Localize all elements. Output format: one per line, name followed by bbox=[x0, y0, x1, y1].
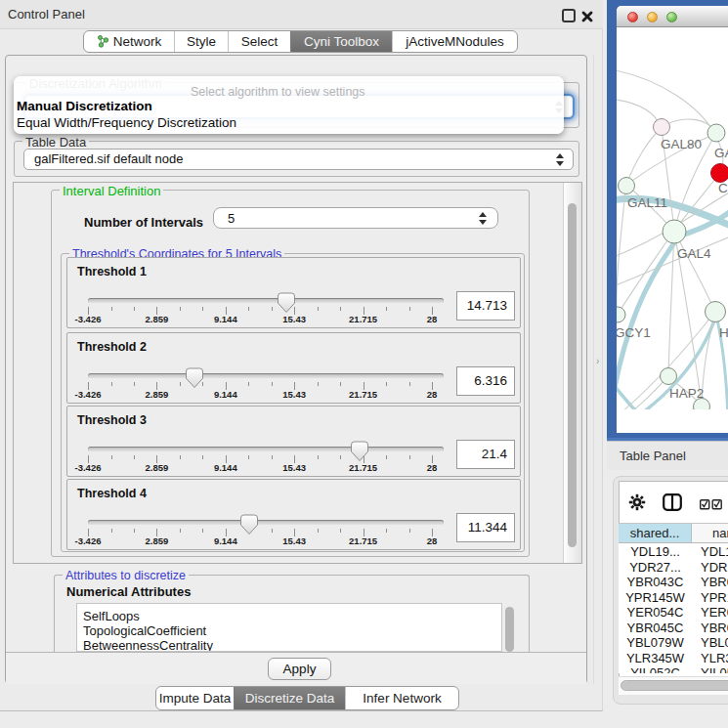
tab-infer-network[interactable]: Infer Network bbox=[345, 687, 458, 709]
ruler-tick-label: 2.859 bbox=[146, 314, 169, 324]
vertical-scrollbar-thumb[interactable] bbox=[568, 203, 577, 547]
split-columns-icon[interactable] bbox=[663, 493, 682, 515]
ruler-tick-label: 21.715 bbox=[349, 314, 377, 324]
ruler-tick-label: 28 bbox=[427, 389, 438, 400]
ruler-tick bbox=[272, 455, 273, 459]
table-row[interactable]: YBR043CYBR04 bbox=[619, 575, 728, 590]
ruler-tick bbox=[111, 307, 112, 311]
threshold-value-field[interactable]: 11.344 bbox=[456, 513, 515, 542]
table-row[interactable]: YPR145WYPR14 bbox=[619, 590, 728, 606]
numerical-attributes-label: Numerical Attributes bbox=[66, 584, 191, 599]
tab-cyni-toolbox[interactable]: Cyni Toolbox bbox=[290, 31, 392, 52]
threshold-panel-3: Threshold 3-3.4262.8599.14415.4321.71528… bbox=[66, 406, 521, 477]
minimize-traffic-light[interactable] bbox=[647, 12, 658, 22]
tab-discretize-data[interactable]: Discretize Data bbox=[234, 687, 345, 709]
horizontal-scrollbar-thumb[interactable] bbox=[621, 680, 728, 691]
float-window-icon[interactable] bbox=[562, 9, 576, 22]
number-of-intervals-combobox[interactable]: 5 bbox=[213, 207, 498, 229]
network-node-h[interactable] bbox=[706, 302, 726, 322]
ruler-tick-label: 15.43 bbox=[282, 462, 306, 473]
vertical-scrollbar[interactable] bbox=[563, 183, 581, 563]
tab-network[interactable]: Network bbox=[84, 31, 174, 52]
slider-track[interactable] bbox=[88, 298, 444, 303]
gear-icon[interactable] bbox=[628, 493, 646, 515]
ruler-tick-label: 21.715 bbox=[349, 462, 377, 473]
ruler-tick bbox=[386, 529, 387, 533]
table-row[interactable]: YIL052CYIL05 bbox=[619, 665, 728, 673]
slider-handle[interactable] bbox=[277, 292, 296, 314]
popup-item-equal-width-frequency[interactable]: Equal Width/Frequency Discretization bbox=[17, 115, 236, 130]
attribute-item[interactable]: TopologicalCoefficient bbox=[83, 623, 206, 638]
select-columns-checkbox-icon[interactable] bbox=[700, 496, 723, 514]
tab-jactivemnodules[interactable]: jActiveMNodules bbox=[392, 31, 517, 52]
south-bar: Apply bbox=[6, 652, 586, 684]
apply-button[interactable]: Apply bbox=[268, 658, 331, 680]
tab-network-label: Network bbox=[113, 34, 162, 49]
table-row[interactable]: YDL19...YDL19 bbox=[619, 544, 728, 560]
column-header-shared-name[interactable]: shared... bbox=[619, 524, 692, 542]
network-node-gal4[interactable] bbox=[663, 220, 686, 243]
ruler-tick bbox=[202, 529, 203, 533]
table-row[interactable]: YBR045CYBR04 bbox=[619, 621, 728, 636]
table-row[interactable]: YLR345WYLR34 bbox=[619, 651, 728, 666]
zoom-traffic-light[interactable] bbox=[666, 12, 677, 22]
network-canvas[interactable]: GAL80GACGAL11GAL4GCY1HHAP2 bbox=[617, 27, 728, 409]
ruler-tick bbox=[134, 529, 135, 533]
slider-track[interactable] bbox=[88, 520, 444, 525]
network-node-hap2[interactable] bbox=[661, 368, 677, 385]
table-row[interactable]: YER054CYER05 bbox=[619, 605, 728, 621]
ruler-tick bbox=[180, 307, 181, 311]
table-row[interactable]: YDR27...YDR27 bbox=[619, 560, 728, 576]
attribute-item[interactable]: BetweennessCentrality bbox=[83, 638, 213, 652]
threshold-value-field[interactable]: 14.713 bbox=[456, 291, 515, 321]
panel-fringe bbox=[593, 55, 594, 684]
interval-definition-group-title: Interval Definition bbox=[60, 184, 163, 198]
ruler-tick-label: 15.43 bbox=[282, 535, 306, 546]
network-node-gal11[interactable] bbox=[619, 178, 635, 194]
ruler-tick bbox=[180, 382, 181, 386]
tab-style[interactable]: Style bbox=[174, 31, 228, 52]
network-node-c[interactable] bbox=[711, 164, 728, 183]
ruler-tick bbox=[248, 307, 249, 311]
ruler-tick bbox=[318, 307, 319, 311]
slider-handle[interactable] bbox=[185, 367, 204, 389]
tab-select[interactable]: Select bbox=[228, 31, 290, 52]
split-pane-handle[interactable]: › bbox=[596, 356, 599, 366]
slider-track[interactable] bbox=[88, 373, 444, 378]
popup-prompt-item[interactable]: Select algorithm to view settings bbox=[191, 85, 365, 99]
horizontal-scrollbar[interactable] bbox=[619, 676, 728, 695]
ruler-tick-label: 21.715 bbox=[349, 389, 377, 400]
attributes-group-title: Attributes to discretize bbox=[63, 569, 189, 582]
table-data-combobox[interactable]: galFiltered.sif default node bbox=[23, 149, 574, 170]
threshold-value-field[interactable]: 21.4 bbox=[456, 440, 515, 469]
network-node-gcy1[interactable] bbox=[617, 307, 625, 322]
network-node-label: C bbox=[718, 181, 728, 195]
network-node-gal80[interactable] bbox=[654, 119, 670, 136]
network-node-ga[interactable] bbox=[707, 124, 725, 142]
cell-name: YLR34 bbox=[701, 651, 728, 665]
ruler-tick bbox=[134, 382, 135, 386]
ruler-tick bbox=[340, 382, 341, 386]
ruler-tick-label: 15.43 bbox=[282, 314, 306, 324]
tab-impute-data[interactable]: Impute Data bbox=[156, 687, 234, 709]
ruler-tick bbox=[386, 307, 387, 311]
popup-item-manual-discretization[interactable]: Manual Discretization bbox=[17, 99, 152, 113]
close-icon[interactable] bbox=[581, 9, 593, 21]
slider-track[interactable] bbox=[88, 447, 444, 451]
cell-shared-name: YBL079W bbox=[619, 635, 692, 650]
close-traffic-light[interactable] bbox=[627, 12, 638, 22]
slider-handle[interactable] bbox=[239, 514, 259, 535]
ruler-tick bbox=[318, 529, 319, 533]
cell-name: YBR04 bbox=[701, 575, 728, 589]
slider-handle[interactable] bbox=[350, 441, 369, 462]
column-header-name[interactable]: name bbox=[692, 524, 728, 542]
table-row[interactable]: YBL079WYBL07 bbox=[619, 635, 728, 651]
threshold-value-field[interactable]: 6.316 bbox=[456, 366, 515, 396]
attributes-scrollbar-thumb[interactable] bbox=[505, 607, 514, 652]
table-body[interactable]: YDL19...YDL19YDR27...YDR27YBR043CYBR04YP… bbox=[619, 543, 728, 673]
ruler-tick bbox=[318, 382, 319, 386]
ruler-tick bbox=[111, 382, 112, 386]
numerical-attributes-list[interactable]: SelfLoopsTopologicalCoefficientBetweenne… bbox=[76, 603, 502, 652]
network-icon bbox=[97, 33, 109, 53]
attribute-item[interactable]: SelfLoops bbox=[83, 609, 140, 623]
